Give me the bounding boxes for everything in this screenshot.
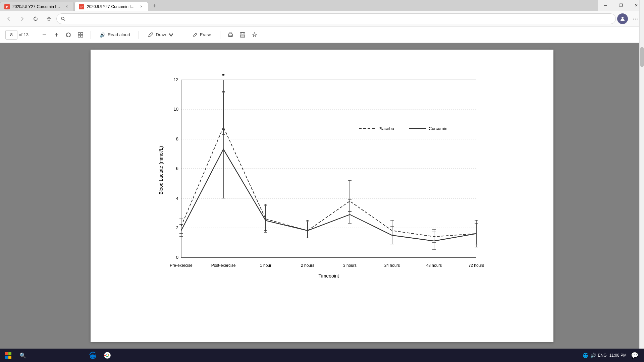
- zoom-in-button[interactable]: [52, 30, 61, 40]
- tab1-favicon: P: [4, 4, 10, 9]
- page-number-input[interactable]: 8: [5, 30, 17, 40]
- draw-button[interactable]: Draw: [144, 29, 177, 40]
- home-button[interactable]: [43, 13, 55, 25]
- taskbar-search[interactable]: 🔍: [16, 349, 83, 362]
- svg-line-6: [64, 19, 65, 21]
- new-tab-button[interactable]: +: [149, 1, 160, 11]
- svg-text:Pre-exercise: Pre-exercise: [170, 263, 193, 268]
- navigation-bar: ···: [0, 11, 644, 27]
- svg-rect-4: [48, 19, 50, 21]
- pdf-page: Blood Lactate (mmol/L): [91, 50, 553, 342]
- taskbar-edge-app[interactable]: [86, 349, 99, 362]
- search-icon: [61, 16, 65, 21]
- separator-3: [139, 31, 139, 39]
- forward-button[interactable]: [16, 13, 28, 25]
- language-label[interactable]: ENG: [598, 353, 607, 358]
- tab2-close[interactable]: ✕: [139, 4, 144, 9]
- back-button[interactable]: [3, 13, 15, 25]
- svg-rect-99: [8, 356, 11, 359]
- svg-text:4: 4: [176, 196, 178, 201]
- volume-icon[interactable]: 🔊: [590, 353, 596, 358]
- view-options-button[interactable]: [76, 30, 85, 40]
- page-total-label: of 13: [19, 32, 29, 37]
- blood-lactate-chart: Blood Lactate (mmol/L): [154, 70, 490, 278]
- profile-button[interactable]: [617, 13, 628, 24]
- svg-text:2 hours: 2 hours: [301, 263, 314, 268]
- read-aloud-icon: 🔊: [100, 32, 106, 38]
- svg-rect-13: [81, 33, 83, 35]
- svg-text:10: 10: [174, 107, 178, 112]
- svg-text:6: 6: [176, 166, 178, 171]
- svg-point-100: [90, 355, 95, 358]
- svg-text:Post-exercise: Post-exercise: [211, 263, 236, 268]
- refresh-button[interactable]: [30, 13, 42, 25]
- taskbar-apps: [83, 349, 117, 362]
- taskbar-right: 🌐 🔊 ENG 11:08 PM 💬: [579, 350, 644, 361]
- zoom-out-button[interactable]: [40, 30, 49, 40]
- address-input[interactable]: [68, 16, 611, 21]
- page-navigation: 8 of 13: [5, 30, 29, 40]
- notification-button[interactable]: 💬: [629, 350, 640, 361]
- erase-button[interactable]: Erase: [189, 29, 215, 40]
- clock-time: 11:08 PM: [609, 353, 627, 358]
- taskbar: 🔍 🌐 🔊 ENG 11:08 PM 💬: [0, 349, 644, 362]
- svg-text:3 hours: 3 hours: [343, 263, 357, 268]
- network-icon[interactable]: 🌐: [583, 353, 588, 358]
- svg-text:48 hours: 48 hours: [426, 263, 442, 268]
- y-axis-label: Blood Lactate (mmol/L): [158, 146, 164, 195]
- erase-icon: [192, 32, 198, 38]
- svg-text:8: 8: [176, 136, 178, 141]
- taskbar-chrome-app[interactable]: [101, 349, 114, 362]
- svg-rect-96: [5, 352, 8, 355]
- separator-5: [220, 31, 220, 39]
- svg-text:72 hours: 72 hours: [469, 263, 484, 268]
- svg-text:P: P: [6, 5, 8, 9]
- tab2-title: 2020JULY27-Curcumin Improves...: [87, 4, 136, 9]
- browser-window: P 2020JULY27-Curcumin Improves... ✕ P 20…: [0, 0, 644, 349]
- scrollbar-thumb[interactable]: [640, 47, 644, 67]
- tab-1[interactable]: P 2020JULY27-Curcumin Improves... ✕: [0, 2, 74, 11]
- svg-text:1 hour: 1 hour: [260, 263, 271, 268]
- tab-2[interactable]: P 2020JULY27-Curcumin Improves... ✕: [74, 2, 148, 11]
- taskbar-clock[interactable]: 11:08 PM: [609, 353, 627, 358]
- separator-4: [183, 31, 183, 39]
- chart-container: Blood Lactate (mmol/L): [154, 70, 490, 278]
- fit-page-button[interactable]: [64, 30, 73, 40]
- svg-rect-97: [8, 352, 11, 355]
- svg-rect-15: [81, 35, 83, 37]
- maximize-button[interactable]: ❐: [613, 0, 629, 11]
- save-button[interactable]: [238, 30, 247, 40]
- system-tray-icons: 🌐 🔊 ENG: [583, 353, 607, 358]
- legend-curcumin-label: Curcumin: [429, 126, 447, 131]
- tab1-close[interactable]: ✕: [64, 4, 69, 9]
- svg-rect-14: [78, 35, 80, 37]
- svg-point-103: [106, 354, 108, 356]
- print-button[interactable]: [226, 30, 235, 40]
- svg-text:2: 2: [176, 225, 178, 230]
- read-aloud-button[interactable]: 🔊 Read aloud: [96, 29, 133, 40]
- svg-rect-22: [241, 35, 244, 37]
- svg-text:P: P: [80, 5, 83, 9]
- tab-strip: P 2020JULY27-Curcumin Improves... ✕ P 20…: [0, 0, 598, 11]
- svg-text:24 hours: 24 hours: [384, 263, 400, 268]
- pin-button[interactable]: [250, 30, 259, 40]
- curcumin-line: [181, 149, 476, 241]
- tab1-title: 2020JULY27-Curcumin Improves...: [12, 4, 61, 9]
- tab2-favicon: P: [79, 4, 84, 9]
- svg-text:0: 0: [176, 255, 178, 260]
- legend-placebo-label: Placebo: [378, 126, 394, 131]
- svg-point-7: [622, 17, 624, 19]
- separator-2: [91, 31, 91, 39]
- minimize-button[interactable]: ─: [598, 0, 613, 11]
- start-button[interactable]: [0, 349, 16, 362]
- address-bar[interactable]: [56, 13, 616, 24]
- svg-point-5: [61, 17, 64, 20]
- draw-chevron-icon: [168, 32, 174, 38]
- svg-rect-12: [78, 33, 80, 35]
- pdf-content-area[interactable]: Blood Lactate (mmol/L): [0, 43, 644, 349]
- pdf-toolbar: 8 of 13 🔊 Read aloud Draw Eras: [0, 27, 644, 43]
- scrollbar[interactable]: [639, 0, 644, 349]
- placebo-line: [181, 127, 476, 237]
- taskbar-search-icon: 🔍: [19, 352, 26, 359]
- read-aloud-label: Read aloud: [108, 32, 130, 37]
